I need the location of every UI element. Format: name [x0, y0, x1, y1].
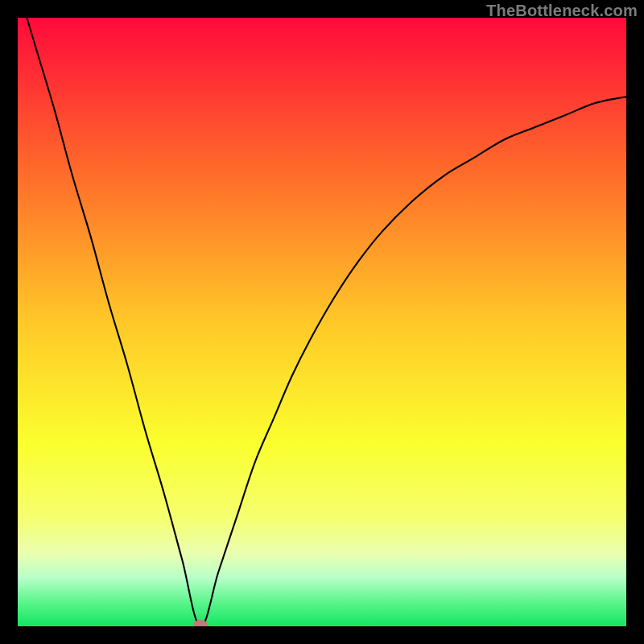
plot-area: [18, 18, 626, 626]
chart-frame: TheBottleneck.com: [0, 0, 644, 644]
gradient-background: [18, 18, 626, 626]
chart-svg: [18, 18, 626, 626]
attribution-label: TheBottleneck.com: [486, 2, 638, 20]
